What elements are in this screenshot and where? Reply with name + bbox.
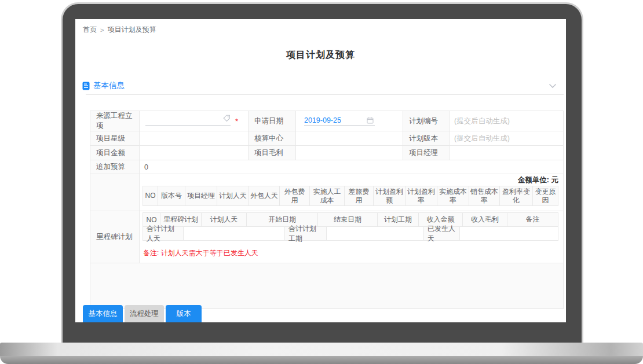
breadcrumb-current: 项目计划及预算	[107, 25, 156, 35]
plan-no-placeholder: (提交后自动生成)	[454, 116, 510, 126]
breadcrumb-separator: >	[100, 27, 104, 34]
occurred-days-input[interactable]	[460, 227, 558, 240]
version-table-row-label	[90, 174, 140, 211]
apply-date-value: 2019-09-25	[304, 116, 341, 124]
version-col-version: 版本号	[158, 186, 185, 205]
project-star-value	[140, 131, 249, 146]
total-plan-days-label: 合计计划人天	[143, 227, 184, 240]
plan-version-placeholder: (提交后自动生成)	[454, 134, 510, 144]
milestone-cell: NO 里程碑计划 计划人天 开始日期 结束日期 计划工期 收入金额 收入毛利 备…	[140, 211, 564, 263]
amount-unit-note: 金额单位: 元	[143, 175, 558, 185]
milestone-col-end-date: 结束日期	[318, 213, 378, 226]
apply-date-cell: 2019-09-25	[296, 111, 403, 131]
milestone-summary-row: 合计计划人天 合计计划工期 已发生人天	[143, 226, 558, 240]
bottom-tabs: 基本信息 流程处理 版本	[83, 305, 202, 322]
document-icon	[82, 82, 90, 90]
version-col-plan-days: 计划人天	[217, 186, 249, 205]
version-table-cell: 金额单位: 元 NO 版本号 项目经理 计划人天 外包人天 外包费用 实施人工成…	[140, 174, 564, 211]
milestone-table-header: NO 里程碑计划 计划人天 开始日期 结束日期 计划工期 收入金额 收入毛利 备…	[143, 213, 558, 226]
version-col-manager: 项目经理	[185, 186, 217, 205]
version-col-outsource-days: 外包人天	[249, 186, 280, 205]
project-manager-label: 项目经理	[403, 146, 450, 160]
project-manager-value	[450, 146, 564, 160]
tag-icon[interactable]	[223, 115, 231, 124]
laptop-base-bottom	[0, 356, 643, 364]
section-divider	[86, 94, 564, 95]
total-plan-days-input[interactable]	[184, 227, 285, 240]
form-empty-row	[90, 263, 564, 309]
version-col-travel-cost: 差旅费用	[345, 186, 374, 205]
version-col-profit-amount: 计划盈利额	[374, 186, 405, 205]
version-col-no: NO	[143, 186, 158, 205]
required-marker: *	[235, 117, 238, 126]
version-col-sales-cost-rate: 销售成本率	[469, 186, 500, 205]
accounting-center-value	[296, 131, 403, 146]
apply-date-label: 申请日期	[249, 111, 296, 131]
apply-date-input[interactable]: 2019-09-25	[304, 116, 375, 126]
milestone-col-plan-days: 计划人天	[202, 213, 247, 226]
project-star-label: 项目星级	[90, 131, 140, 146]
milestone-table: NO 里程碑计划 计划人天 开始日期 结束日期 计划工期 收入金额 收入毛利 备…	[143, 212, 558, 241]
project-gross-value	[296, 146, 403, 160]
plan-version-label: 计划版本	[403, 131, 450, 146]
calendar-icon[interactable]	[367, 117, 374, 124]
version-col-profit-rate: 计划盈利率	[405, 186, 437, 205]
project-gross-label: 项目毛利	[249, 146, 296, 160]
breadcrumb: 首页 > 项目计划及预算	[83, 25, 156, 35]
plan-version-value: (提交后自动生成)	[450, 131, 564, 146]
page-title: 项目计划及预算	[75, 49, 566, 61]
milestone-row-label: 里程碑计划	[90, 211, 140, 263]
page-stage: 首页 > 项目计划及预算 项目计划及预算 基本信息 来源工程立项	[0, 0, 643, 364]
project-amount-label: 项目金额	[90, 146, 140, 160]
laptop-base	[0, 343, 643, 356]
accounting-center-label: 核算中心	[249, 131, 296, 146]
tab-basic-info[interactable]: 基本信息	[83, 305, 123, 322]
milestone-col-duration: 计划工期	[378, 213, 419, 226]
section-title: 基本信息	[93, 80, 125, 91]
version-col-impl-labor-cost: 实施人工成本	[310, 186, 345, 205]
section-header-basic-info[interactable]: 基本信息	[82, 79, 560, 92]
plan-no-value: (提交后自动生成)	[450, 111, 564, 131]
source-project-input[interactable]: *	[145, 116, 231, 126]
app-screen: 首页 > 项目计划及预算 项目计划及预算 基本信息 来源工程立项	[75, 19, 566, 322]
plan-no-label: 计划编号	[403, 111, 450, 131]
total-duration-label: 合计计划工期	[285, 227, 327, 240]
version-table: NO 版本号 项目经理 计划人天 外包人天 外包费用 实施人工成本 差旅费用 计…	[143, 186, 558, 206]
milestone-note: 备注: 计划人天需大于等于已发生人天	[143, 248, 558, 258]
milestone-col-gross: 收入毛利	[463, 213, 507, 226]
project-amount-value	[140, 146, 249, 160]
tab-workflow[interactable]: 流程处理	[125, 305, 164, 322]
version-col-impl-cost-rate: 实施成本率	[437, 186, 469, 205]
version-col-profit-change: 盈利率变化	[500, 186, 533, 205]
version-col-change-reason: 变更原因	[533, 186, 558, 205]
source-project-field[interactable]: *	[140, 111, 249, 131]
source-project-label: 来源工程立项	[90, 111, 140, 131]
extra-budget-label: 追加预算	[90, 160, 140, 174]
version-col-outsource-cost: 外包费用	[280, 186, 310, 205]
breadcrumb-home[interactable]: 首页	[83, 25, 97, 35]
occurred-days-label: 已发生人天	[424, 227, 460, 240]
chevron-down-icon[interactable]	[549, 83, 557, 89]
tab-version[interactable]: 版本	[166, 305, 202, 322]
extra-budget-value: 0	[140, 160, 564, 174]
basic-info-form: 来源工程立项 * 申请日期 2019-09-25 计划编号	[90, 111, 564, 309]
milestone-col-remark: 备注	[507, 213, 558, 226]
total-duration-input[interactable]	[327, 227, 424, 240]
